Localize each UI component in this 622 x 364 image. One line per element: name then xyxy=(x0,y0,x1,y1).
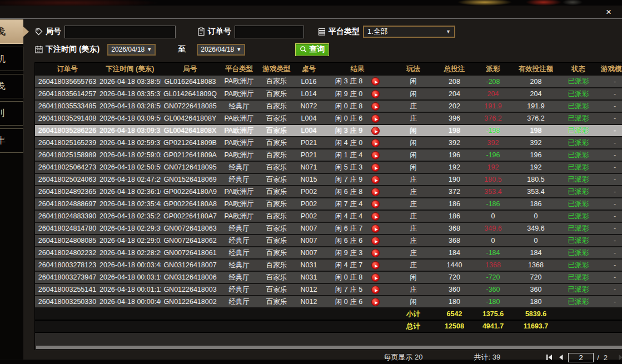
prev-page-icon[interactable] xyxy=(555,353,566,362)
total-bet: 204 xyxy=(435,88,474,100)
replay-icon[interactable] xyxy=(371,127,380,135)
table-row[interactable]: 2604180248147802026-04-18 02:29:35GN0072… xyxy=(35,222,622,235)
table-row[interactable]: 2604180352914082026-04-18 03:09:56GL0042… xyxy=(35,112,622,124)
sidebar-item-5[interactable]: 丰 xyxy=(0,128,23,153)
table-row[interactable]: 2604180248022322026-04-18 02:28:29GN0072… xyxy=(35,247,622,259)
replay-icon[interactable] xyxy=(371,163,380,172)
game-mode: - xyxy=(597,283,622,296)
replay-icon[interactable] xyxy=(371,273,380,282)
platform-type-value: 1.全部 xyxy=(367,27,388,37)
result-text: 闲 0 庄 8 xyxy=(335,273,362,281)
total-bet: 186 xyxy=(435,210,474,222)
order-no: 260418003273947 xyxy=(35,271,99,283)
order-no: 260418024892365 xyxy=(35,186,99,198)
table-row[interactable]: 2604180250240632026-04-18 02:47:29GN0152… xyxy=(35,173,622,186)
bet-time: 2026-04-18 03:35:37 xyxy=(99,88,161,100)
table-row[interactable]: 2604180352862262026-04-18 03:09:31GL0042… xyxy=(35,124,622,137)
sidebar-item-label: 丰 xyxy=(0,135,23,147)
table-row[interactable]: 2604180250642732026-04-18 02:50:59GN0712… xyxy=(35,161,622,173)
order-no: 260418024802232 xyxy=(35,247,99,259)
table-no: L004 xyxy=(295,112,323,124)
replay-icon[interactable] xyxy=(371,102,380,111)
to-label: 至 xyxy=(178,44,186,54)
table-row[interactable]: 2604180032739472026-04-18 00:03:19GN0312… xyxy=(35,271,622,283)
replay-icon[interactable] xyxy=(371,151,380,159)
status: 已派彩 xyxy=(560,198,597,210)
replay-icon[interactable] xyxy=(371,237,380,245)
table-row[interactable]: 2604180032503302026-04-18 00:00:40GN0122… xyxy=(35,296,622,308)
table-row[interactable]: 2604180248923652026-04-18 02:36:10GP0022… xyxy=(35,186,622,198)
status: 已派彩 xyxy=(560,296,597,308)
round-no: GN01526418069 xyxy=(161,173,220,186)
table-no: N007 xyxy=(295,235,323,247)
game-mode: - xyxy=(597,222,622,235)
valid-bet: 0 xyxy=(512,235,560,247)
table-row[interactable]: 2604180248080852026-04-18 02:29:02GN0072… xyxy=(35,235,622,247)
table-row[interactable]: 2604180248833902026-04-18 02:35:22GP0022… xyxy=(35,210,622,222)
total-bet: 184 xyxy=(435,247,474,259)
replay-icon[interactable] xyxy=(371,249,380,257)
horizontal-scrollbar[interactable] xyxy=(35,345,622,350)
payout: 191.9 xyxy=(474,100,512,112)
date-to-picker[interactable]: 2026/04/18 ▼ xyxy=(197,44,245,56)
replay-icon[interactable] xyxy=(371,200,380,208)
replay-icon[interactable] xyxy=(371,77,380,86)
game-mode: - xyxy=(597,271,622,283)
replay-icon[interactable] xyxy=(371,261,380,270)
first-page-icon[interactable] xyxy=(544,353,555,362)
order-no-input[interactable] xyxy=(235,26,304,38)
replay-icon[interactable] xyxy=(371,139,380,147)
query-button[interactable]: 查询 xyxy=(295,43,329,56)
date-to-value: 2026/04/18 xyxy=(201,46,234,53)
date-from-picker[interactable]: 2026/04/18 ▼ xyxy=(107,44,156,56)
total-bet: 368 xyxy=(435,222,474,235)
replay-icon[interactable] xyxy=(371,212,380,221)
replay-icon[interactable] xyxy=(371,176,380,184)
replay-icon[interactable] xyxy=(371,298,380,306)
col-result: 结果 xyxy=(323,63,392,76)
table-row[interactable]: 2604180248886972026-04-18 02:35:48GP0022… xyxy=(35,198,622,210)
table-row[interactable]: 2604180032551412026-04-18 00:01:11GN0122… xyxy=(35,283,622,296)
replay-icon[interactable] xyxy=(371,114,380,123)
replay-icon[interactable] xyxy=(371,286,380,294)
table-row[interactable]: 2604180251589892026-04-18 02:59:05GP0212… xyxy=(35,149,622,161)
table-row[interactable]: 2604180356557632026-04-18 03:38:55GL0162… xyxy=(35,76,622,88)
table-row[interactable]: 2604180251652392026-04-18 02:59:37GP0212… xyxy=(35,137,622,149)
table-row[interactable]: 2604180356142572026-04-18 03:35:37GL0142… xyxy=(35,88,622,100)
close-icon[interactable]: × xyxy=(603,6,615,18)
platform: PA欧洲厅 xyxy=(220,186,258,198)
replay-icon[interactable] xyxy=(371,90,380,98)
game-type: 百家乐 xyxy=(258,247,295,259)
round-no: GL0042641808Y xyxy=(161,112,220,124)
payout: -720 xyxy=(474,271,512,283)
sidebar-item-3[interactable]: 戋 xyxy=(0,74,23,98)
replay-icon[interactable] xyxy=(371,188,380,196)
col-table-no: 桌号 xyxy=(295,63,323,76)
pager: / 2 xyxy=(544,353,622,362)
col-platform: 平台类型 xyxy=(220,63,258,76)
sidebar-item-2[interactable]: 机 xyxy=(0,47,23,71)
platform: 经典厅 xyxy=(220,296,258,308)
pagination-bar: 每页显示 20 共计: 39 / 2 xyxy=(34,351,622,363)
total-bet: 392 xyxy=(435,137,474,149)
col-order-no: 订单号 xyxy=(35,63,99,76)
page-number-input[interactable] xyxy=(568,353,594,362)
sidebar-item-1[interactable]: 戋 xyxy=(0,19,23,44)
order-no: 260418035655763 xyxy=(35,76,99,88)
game-type: 百家乐 xyxy=(258,124,295,137)
sidebar-item-4[interactable]: 刂 xyxy=(0,101,23,126)
game-mode: - xyxy=(597,198,622,210)
col-payout: 派彩 xyxy=(474,63,512,76)
table-row[interactable]: 2604180032781232026-04-18 00:03:48GN0312… xyxy=(35,259,622,271)
payout: 392 xyxy=(474,137,512,149)
round-no-input[interactable] xyxy=(64,26,176,38)
order-no: 260418035533485 xyxy=(35,100,99,112)
payout: 0 xyxy=(474,235,512,247)
total-row: 总计125084941.711693.7 xyxy=(35,320,622,332)
replay-icon[interactable] xyxy=(371,225,380,233)
table-row[interactable]: 2604180355334852026-04-18 03:28:56GN0722… xyxy=(35,100,622,112)
platform-type-select[interactable]: 1.全部 ▼ xyxy=(363,26,455,38)
platform: 经典厅 xyxy=(220,235,258,247)
table-no: N072 xyxy=(295,100,323,112)
next-page-icon[interactable] xyxy=(615,353,622,362)
